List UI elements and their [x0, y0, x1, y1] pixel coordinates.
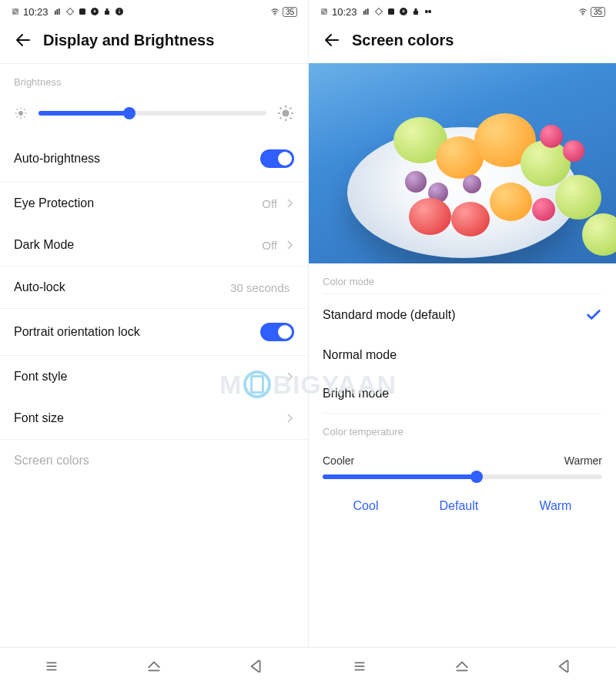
svg-rect-11	[119, 9, 119, 10]
nav-home-icon[interactable]	[146, 658, 162, 675]
color-mode-bright[interactable]: Bright mode	[309, 374, 616, 413]
temp-preset-warm[interactable]: Warm	[539, 499, 571, 513]
svg-rect-39	[414, 8, 417, 11]
dark-mode-row[interactable]: Dark Mode Off	[0, 224, 308, 266]
arrow-left-icon	[14, 31, 32, 49]
font-size-row[interactable]: Font size	[0, 397, 308, 439]
svg-rect-5	[79, 8, 85, 15]
svg-line-30	[290, 108, 292, 109]
square-icon	[387, 7, 396, 16]
temp-preset-cool[interactable]: Cool	[353, 499, 379, 513]
info-icon	[115, 7, 124, 16]
svg-rect-35	[367, 8, 369, 15]
nav-recents-icon[interactable]	[351, 658, 368, 675]
dark-mode-value: Off	[262, 239, 277, 252]
eye-protection-label: Eye Protection	[14, 196, 94, 210]
svg-line-19	[24, 116, 25, 118]
back-button[interactable]	[323, 31, 341, 49]
nav-bar	[0, 647, 616, 684]
chevron-right-icon	[286, 240, 294, 250]
usb-icon	[102, 7, 112, 16]
bars-icon	[362, 7, 371, 16]
diamond-icon	[65, 7, 75, 16]
nav-back-icon[interactable]	[248, 658, 265, 675]
brightness-slider[interactable]	[38, 111, 266, 116]
brightness-high-icon	[277, 105, 294, 122]
section-color-mode-label: Color mode	[309, 263, 616, 293]
portrait-lock-toggle[interactable]	[260, 323, 294, 341]
page-title: Display and Brightness	[43, 32, 214, 49]
color-mode-standard[interactable]: Standard mode (default)	[309, 294, 616, 336]
portrait-lock-label: Portrait orientation lock	[14, 325, 140, 339]
svg-rect-3	[56, 9, 58, 15]
auto-lock-value: 30 seconds	[230, 281, 290, 294]
no-sim-icon	[11, 7, 20, 16]
chevron-right-icon	[286, 371, 294, 382]
svg-rect-4	[59, 8, 60, 15]
color-mode-normal[interactable]: Normal mode	[309, 336, 616, 374]
font-style-row[interactable]: Font style	[0, 356, 308, 397]
svg-line-20	[16, 116, 18, 118]
butterfly-icon	[424, 7, 433, 16]
section-brightness-label: Brightness	[0, 64, 308, 94]
auto-brightness-toggle[interactable]	[260, 149, 294, 168]
svg-line-18	[16, 109, 18, 110]
auto-brightness-row[interactable]: Auto-brightness	[0, 136, 308, 182]
download-icon	[399, 7, 408, 16]
svg-rect-2	[55, 11, 56, 15]
page-title: Screen colors	[352, 32, 454, 49]
arrow-left-icon	[323, 31, 341, 49]
svg-line-28	[290, 118, 292, 119]
color-temp-slider[interactable]	[323, 474, 602, 479]
status-bar: 10:23 35	[309, 0, 616, 23]
square-icon	[78, 7, 87, 16]
temp-warmer-label: Warmer	[564, 454, 602, 467]
status-time: 10:23	[332, 6, 357, 18]
svg-point-12	[274, 14, 276, 15]
status-time: 10:23	[23, 6, 49, 18]
brightness-low-icon	[14, 106, 28, 120]
download-icon	[90, 7, 99, 16]
nav-back-icon[interactable]	[556, 658, 573, 675]
wifi-icon	[270, 7, 280, 16]
dark-mode-label: Dark Mode	[14, 238, 74, 252]
color-preview-image	[309, 63, 616, 263]
screen-colors-row[interactable]: Screen colors	[0, 440, 308, 481]
nav-recents-icon[interactable]	[43, 658, 60, 675]
back-button[interactable]	[14, 31, 32, 49]
eye-protection-row[interactable]: Eye Protection Off	[0, 183, 308, 224]
eye-protection-value: Off	[262, 197, 277, 210]
auto-lock-label: Auto-lock	[14, 280, 65, 294]
temp-preset-default[interactable]: Default	[440, 499, 479, 513]
nav-home-icon[interactable]	[454, 658, 470, 675]
header: Display and Brightness	[0, 23, 308, 63]
status-bar: 10:23 35	[0, 0, 308, 23]
temp-cooler-label: Cooler	[323, 454, 354, 467]
svg-line-27	[280, 108, 282, 109]
svg-rect-38	[413, 11, 418, 15]
svg-rect-33	[363, 11, 365, 15]
battery-indicator: 35	[283, 7, 297, 17]
svg-rect-7	[105, 11, 109, 15]
font-size-label: Font size	[14, 411, 64, 425]
section-color-temp-label: Color temperature	[309, 414, 616, 444]
svg-line-29	[280, 118, 282, 119]
font-style-label: Font style	[14, 370, 67, 384]
screen-colors-label: Screen colors	[14, 454, 89, 468]
no-sim-icon	[320, 7, 329, 16]
svg-point-40	[582, 14, 584, 15]
svg-rect-36	[388, 8, 394, 15]
auto-lock-row[interactable]: Auto-lock 30 seconds	[0, 267, 308, 308]
portrait-lock-row[interactable]: Portrait orientation lock	[0, 309, 308, 355]
battery-indicator: 35	[591, 7, 605, 17]
auto-brightness-label: Auto-brightness	[14, 152, 100, 166]
svg-rect-8	[105, 8, 108, 11]
header: Screen colors	[309, 23, 616, 63]
svg-line-21	[24, 109, 25, 110]
wifi-icon	[578, 7, 588, 16]
check-icon	[585, 307, 602, 324]
diamond-icon	[374, 7, 383, 16]
svg-point-22	[282, 109, 289, 116]
chevron-right-icon	[286, 198, 294, 209]
chevron-right-icon	[286, 413, 294, 424]
